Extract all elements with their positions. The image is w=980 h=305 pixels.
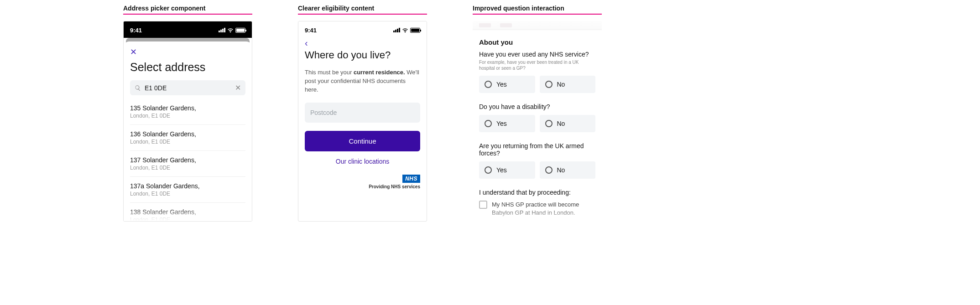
footer-text: Official GP address: 123 Lillie Road, Lo… (479, 220, 595, 222)
question-1: Have you ever used any NHS service? (479, 51, 595, 58)
header-placeholder (473, 21, 602, 30)
status-icons (219, 28, 245, 33)
phone-mock-1: 9:41 ✕ Select address ✕ (123, 21, 252, 222)
search-input[interactable] (145, 84, 231, 92)
radio-label: No (557, 81, 565, 88)
address-line2: London, E1 0DE (130, 113, 245, 119)
clinic-locations-link[interactable]: Our clinic locations (305, 158, 420, 165)
radio-no[interactable]: No (540, 161, 596, 179)
address-line1: 137 Solander Gardens, (130, 156, 245, 164)
address-line1: 137a Solander Gardens, (130, 182, 245, 190)
radio-icon (485, 81, 492, 88)
page-title: Where do you live? (305, 49, 420, 61)
search-icon (135, 85, 141, 91)
list-item[interactable]: 136 Solander Gardens, London, E1 0DE (130, 125, 245, 151)
radio-label: No (557, 166, 565, 174)
close-icon[interactable]: ✕ (130, 46, 137, 61)
address-line2: London, E1 0DE (130, 191, 245, 197)
address-line2: London, E1 0DE (130, 217, 245, 222)
wifi-icon (402, 28, 408, 33)
radio-icon (485, 166, 492, 174)
address-line1: 135 Solander Gardens, (130, 104, 245, 112)
list-item[interactable]: 137a Solander Gardens, London, E1 0DE (130, 177, 245, 203)
address-line2: London, E1 0DE (130, 165, 245, 171)
question-1-hint: For example, have you ever been treated … (479, 59, 595, 71)
radio-icon (545, 166, 553, 174)
signal-icon (393, 28, 400, 32)
continue-button[interactable]: Continue (305, 131, 420, 151)
radio-label: No (557, 120, 565, 127)
address-line1: 138 Solander Gardens, (130, 208, 245, 216)
phone-mock-3: About you Have you ever used any NHS ser… (473, 21, 602, 222)
nhs-branding: NHS Providing NHS services (305, 174, 420, 189)
battery-icon (235, 28, 245, 33)
radio-icon (485, 120, 492, 127)
help-text: This must be your current residence. We'… (305, 68, 420, 94)
wifi-icon (227, 28, 234, 33)
nhs-logo: NHS (402, 175, 420, 183)
radio-no[interactable]: No (540, 76, 596, 93)
status-icons (393, 28, 420, 33)
address-list: 135 Solander Gardens, London, E1 0DE 136… (130, 99, 245, 222)
back-icon[interactable]: ‹ (305, 35, 308, 49)
status-bar: 9:41 (298, 21, 427, 35)
nhs-tagline: Providing NHS services (305, 184, 420, 189)
question-3: Are you returning from the UK armed forc… (479, 142, 595, 157)
search-input-wrap[interactable]: ✕ (130, 80, 245, 95)
declaration-heading: I understand that by proceeding: (479, 189, 595, 196)
column-title-1: Address picker component (123, 5, 252, 15)
radio-yes[interactable]: Yes (479, 161, 535, 179)
radio-label: Yes (496, 120, 507, 127)
radio-label: Yes (496, 81, 507, 88)
checkbox[interactable] (479, 201, 487, 209)
address-line2: London, E1 0DE (130, 139, 245, 145)
checkbox-label: My NHS GP practice will become Babylon G… (492, 201, 595, 217)
section-heading: About you (479, 38, 595, 46)
list-item[interactable]: 137 Solander Gardens, London, E1 0DE (130, 151, 245, 177)
column-title-2: Clearer eligibility content (298, 5, 427, 15)
phone-mock-2: 9:41 ‹ Where do you live? This must be y… (298, 21, 427, 222)
page-title: Select address (130, 61, 245, 74)
radio-icon (545, 81, 553, 88)
status-bar: 9:41 (124, 21, 252, 35)
status-time: 9:41 (305, 27, 317, 34)
radio-yes[interactable]: Yes (479, 76, 535, 93)
radio-yes[interactable]: Yes (479, 115, 535, 132)
clear-icon[interactable]: ✕ (235, 83, 241, 92)
postcode-input[interactable]: Postcode (305, 103, 420, 123)
status-time: 9:41 (130, 27, 142, 34)
list-item[interactable]: 135 Solander Gardens, London, E1 0DE (130, 99, 245, 125)
signal-icon (219, 28, 225, 32)
radio-label: Yes (496, 166, 507, 174)
question-2: Do you have a disability? (479, 103, 595, 110)
radio-no[interactable]: No (540, 115, 596, 132)
battery-icon (410, 28, 420, 33)
address-line1: 136 Solander Gardens, (130, 130, 245, 138)
radio-icon (545, 120, 553, 127)
column-title-3: Improved question interaction (473, 5, 602, 15)
list-item[interactable]: 138 Solander Gardens, London, E1 0DE (130, 203, 245, 222)
